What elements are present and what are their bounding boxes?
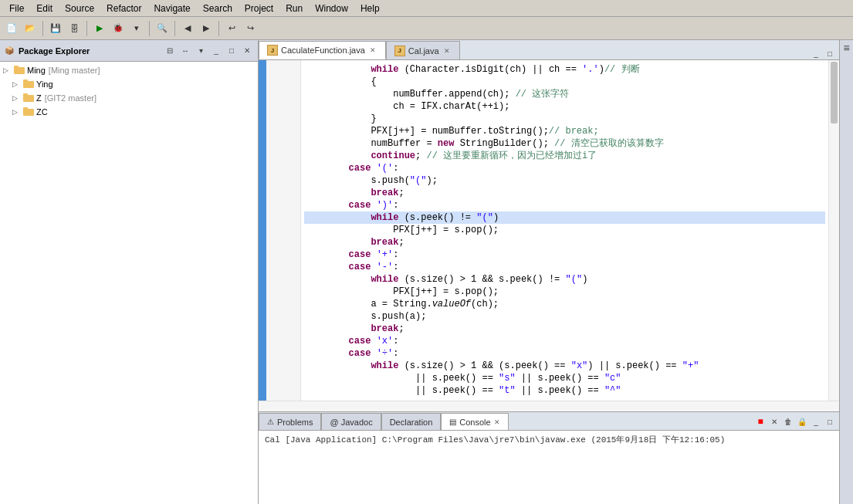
debug-button[interactable]: 🐞 (110, 20, 127, 37)
menu-search[interactable]: Search (197, 2, 239, 15)
menu-project[interactable]: Project (239, 2, 279, 15)
tree-label-z: Z (36, 93, 42, 103)
menu-refactor[interactable]: Refactor (100, 2, 147, 15)
editor-area: J CaculateFunction.java ✕ J Cal.java ✕ _… (259, 40, 839, 504)
code-content[interactable]: while (Character.isDigit(ch) || ch == '.… (301, 60, 828, 401)
code-line-25: while (s.size() > 1 && (s.peek() == "x")… (304, 360, 825, 372)
code-line-1: while (Character.isDigit(ch) || ch == '.… (304, 63, 825, 76)
package-icon: 📦 (5, 46, 14, 55)
code-line-18: while (s.size() > 1 && s.peek() != "(") (304, 273, 825, 286)
tab-controls: _ □ (810, 47, 839, 59)
tab-javadoc[interactable]: @ Javadoc (321, 413, 381, 430)
link-with-editor-button[interactable]: ↔ (179, 45, 191, 57)
right-bar-btn-1[interactable]: ≡ (841, 42, 853, 54)
run-button[interactable]: ▶ (91, 20, 108, 37)
code-line-16: case '+': (304, 249, 825, 261)
console-maximize-button[interactable]: □ (824, 415, 836, 428)
horizontal-scrollbar[interactable] (259, 401, 839, 411)
editor-minimize-button[interactable]: _ (810, 47, 822, 59)
ln-26 (266, 372, 300, 384)
tab-console[interactable]: ▤ Console ✕ (441, 413, 508, 430)
ln-17 (266, 261, 300, 273)
menu-navigate[interactable]: Navigate (147, 2, 196, 15)
tree-arrow-zc: ▷ (12, 108, 22, 116)
view-menu-button[interactable]: ▾ (195, 45, 207, 57)
code-line-11: break; (304, 187, 825, 199)
marker-bar (259, 60, 266, 401)
ln-13 (266, 211, 300, 224)
bottom-panel: ⚠ Problems @ Javadoc Declaration ▤ Conso… (259, 411, 839, 504)
svg-rect-1 (14, 66, 19, 69)
tab-close-cal[interactable]: ✕ (442, 46, 452, 56)
folder-icon-z (23, 93, 34, 103)
forward-button[interactable]: ▶ (198, 20, 215, 37)
scrollbar-thumb (831, 62, 838, 123)
console-scroll-lock-button[interactable]: 🔒 (796, 415, 808, 428)
menu-file[interactable]: File (3, 2, 30, 15)
save-all-button[interactable]: 🗄 (66, 20, 83, 37)
editor-maximize-button[interactable]: □ (824, 47, 836, 59)
console-terminate-button[interactable]: ✕ (768, 415, 780, 428)
new-button[interactable]: 📄 (3, 20, 20, 37)
minimize-button[interactable]: _ (210, 45, 222, 57)
console-minimize-button[interactable]: _ (810, 415, 822, 428)
ln-5 (266, 113, 300, 125)
ln-18 (266, 273, 300, 286)
console-clear-button[interactable]: 🗑 (782, 415, 794, 428)
code-line-5: } (304, 113, 825, 125)
ln-8 (266, 150, 300, 162)
console-icon: ▤ (449, 418, 456, 426)
menu-edit[interactable]: Edit (30, 2, 59, 15)
search-toolbar-button[interactable]: 🔍 (154, 20, 171, 37)
problems-icon: ⚠ (267, 418, 274, 426)
bottom-content: Cal [Java Application] C:\Program Files\… (259, 431, 839, 504)
tab-label-console: Console (459, 418, 490, 427)
console-stop-button[interactable]: ■ (754, 415, 767, 428)
tree-item-zc[interactable]: ▷ ZC (11, 105, 256, 119)
maximize-button[interactable]: □ (225, 45, 238, 57)
tab-declaration[interactable]: Declaration (381, 413, 442, 430)
code-line-9: case '(': (304, 162, 825, 174)
code-editor[interactable]: while (Character.isDigit(ch) || ch == '.… (259, 60, 839, 401)
tree-item-ming[interactable]: ▷ Ming [Ming master] (2, 63, 256, 77)
tab-close-caculate[interactable]: ✕ (368, 46, 377, 55)
ln-24 (266, 347, 300, 360)
back-button[interactable]: ◀ (179, 20, 196, 37)
code-line-26: || s.peek() == "s" || s.peek() == "c" (304, 372, 825, 384)
menubar: File Edit Source Refactor Navigate Searc… (0, 0, 853, 17)
tree-item-ying[interactable]: ▷ Ying (11, 77, 256, 91)
main-toolbar: 📄 📂 💾 🗄 ▶ 🐞 ▾ 🔍 ◀ ▶ ↩ ↪ (0, 17, 853, 40)
tree-item-z[interactable]: ▷ Z [GIT2 master] (11, 91, 256, 105)
code-line-27: || s.peek() == "t" || s.peek() == "^" (304, 384, 825, 397)
line-numbers (266, 60, 301, 401)
bottom-tabs: ⚠ Problems @ Javadoc Declaration ▤ Conso… (259, 412, 839, 431)
close-panel-button[interactable]: ✕ (241, 45, 253, 57)
tab-label-declaration: Declaration (390, 418, 433, 427)
console-output: Cal [Java Application] C:\Program Files\… (265, 434, 833, 445)
ln-16 (266, 249, 300, 261)
code-line-6: PFX[j++] = numBuffer.toString();// break… (304, 125, 825, 137)
save-button[interactable]: 💾 (47, 20, 64, 37)
editor-vertical-scrollbar[interactable] (828, 60, 839, 401)
panel-title: Package Explorer (19, 46, 161, 56)
tab-cal[interactable]: J Cal.java ✕ (386, 41, 460, 59)
menu-window[interactable]: Window (309, 2, 354, 15)
tree-content: ▷ Ming [Ming master] ▷ Ying ▷ (0, 62, 258, 504)
run-config-button[interactable]: ▾ (128, 20, 145, 37)
next-edit-button[interactable]: ↪ (242, 20, 259, 37)
tab-problems[interactable]: ⚠ Problems (259, 413, 321, 430)
prev-edit-button[interactable]: ↩ (223, 20, 240, 37)
open-button[interactable]: 📂 (22, 20, 39, 37)
code-line-17: case '-': (304, 261, 825, 273)
tab-caculate[interactable]: J CaculateFunction.java ✕ (259, 41, 386, 59)
menu-source[interactable]: Source (59, 2, 100, 15)
svg-rect-3 (23, 79, 28, 83)
collapse-all-button[interactable]: ⊟ (164, 45, 176, 57)
ln-10 (266, 174, 300, 187)
menu-run[interactable]: Run (279, 2, 309, 15)
ln-21 (266, 310, 300, 323)
tree-arrow-z: ▷ (12, 94, 22, 102)
ln-20 (266, 298, 300, 310)
menu-help[interactable]: Help (354, 2, 386, 15)
code-line-10: s.push("("); (304, 174, 825, 187)
